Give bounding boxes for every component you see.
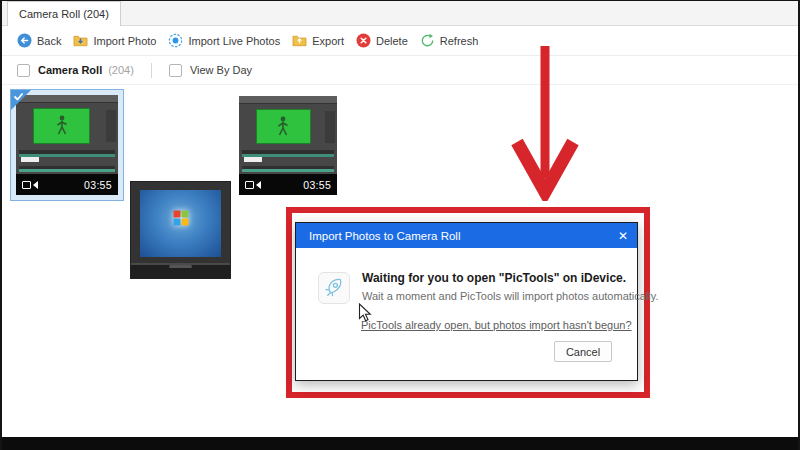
rocket-icon-box bbox=[318, 272, 350, 304]
view-by-day-checkbox[interactable] bbox=[169, 64, 182, 77]
green-screen-area bbox=[256, 109, 311, 145]
video-thumbnail-image: 03:55 bbox=[16, 95, 118, 195]
annotation-arrow-down bbox=[507, 41, 583, 201]
tab-label: Camera Roll (204) bbox=[19, 8, 109, 20]
import-photo-label: Import Photo bbox=[93, 35, 156, 47]
refresh-label: Refresh bbox=[440, 35, 479, 47]
windows-logo-icon bbox=[173, 210, 188, 225]
camera-roll-count: (204) bbox=[108, 64, 134, 76]
video-camera-icon bbox=[22, 181, 31, 189]
toolbar: Back Import Photo Import Live Photos Exp… bbox=[2, 26, 798, 56]
tab-bar: Camera Roll (204) bbox=[2, 1, 798, 26]
delete-icon bbox=[356, 33, 371, 48]
dialog-titlebar: Import Photos to Camera Roll ✕ bbox=[296, 223, 637, 248]
export-button[interactable]: Export bbox=[292, 33, 344, 48]
green-screen-area bbox=[33, 108, 90, 144]
cancel-button[interactable]: Cancel bbox=[554, 341, 612, 362]
video-duration: 03:55 bbox=[303, 179, 331, 191]
import-dialog: Import Photos to Camera Roll ✕ Waiting f… bbox=[295, 222, 638, 381]
camera-roll-checkbox[interactable] bbox=[17, 64, 30, 77]
import-photo-button[interactable]: Import Photo bbox=[73, 33, 156, 48]
dialog-title: Import Photos to Camera Roll bbox=[309, 230, 460, 242]
video-thumbnail-image: 03:55 bbox=[239, 96, 337, 195]
tab-camera-roll[interactable]: Camera Roll (204) bbox=[7, 1, 121, 26]
back-label: Back bbox=[37, 35, 61, 47]
refresh-icon bbox=[420, 33, 435, 48]
video-info-bar: 03:55 bbox=[239, 174, 337, 195]
already-open-link[interactable]: PicTools already open, but photos import… bbox=[361, 319, 632, 331]
live-photo-icon bbox=[168, 33, 183, 48]
refresh-button[interactable]: Refresh bbox=[420, 33, 479, 48]
video-camera-lens-icon bbox=[33, 181, 38, 189]
delete-button[interactable]: Delete bbox=[356, 33, 408, 48]
back-icon bbox=[17, 33, 32, 48]
video-camera-icon bbox=[245, 181, 254, 189]
export-label: Export bbox=[312, 35, 344, 47]
export-icon bbox=[292, 33, 307, 48]
thumbnail-video[interactable]: 03:55 bbox=[239, 96, 337, 195]
divider bbox=[151, 63, 152, 78]
video-info-bar: 03:55 bbox=[16, 174, 118, 195]
import-live-photos-label: Import Live Photos bbox=[188, 35, 280, 47]
selected-check-icon bbox=[11, 90, 31, 114]
import-live-photos-button[interactable]: Import Live Photos bbox=[168, 33, 280, 48]
bottom-letterbox-bar bbox=[2, 437, 798, 450]
view-by-day-label: View By Day bbox=[190, 64, 252, 76]
delete-label: Delete bbox=[376, 35, 408, 47]
video-duration: 03:55 bbox=[84, 179, 112, 191]
app-window: Camera Roll (204) Back Import Photo Impo… bbox=[0, 0, 800, 450]
dialog-subtext: Wait a moment and PicTools will import p… bbox=[362, 290, 659, 302]
dialog-heading: Waiting for you to open "PicTools" on iD… bbox=[362, 271, 626, 285]
back-button[interactable]: Back bbox=[17, 33, 61, 48]
rocket-icon bbox=[322, 276, 346, 300]
import-photo-icon bbox=[73, 33, 88, 48]
thumbnail-video-selected[interactable]: 03:55 bbox=[10, 89, 124, 201]
filter-bar: Camera Roll (204) View By Day bbox=[2, 56, 798, 85]
thumbnail-photo-laptop[interactable] bbox=[130, 181, 231, 279]
camera-roll-label: Camera Roll bbox=[38, 64, 102, 76]
laptop-screen bbox=[140, 190, 221, 257]
video-camera-lens-icon bbox=[256, 181, 261, 189]
close-icon[interactable]: ✕ bbox=[618, 230, 628, 242]
